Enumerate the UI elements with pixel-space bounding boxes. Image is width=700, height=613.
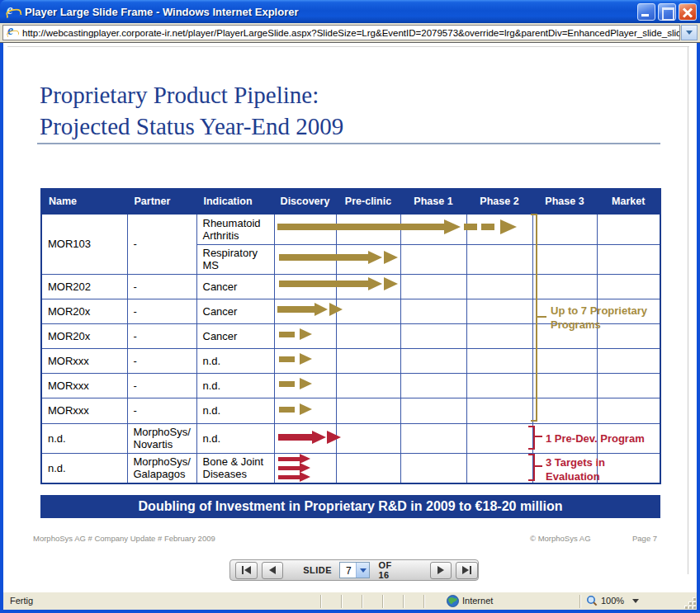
cell-partner: - <box>127 398 196 423</box>
investment-banner: Doubling of Investment in Proprietary R&… <box>40 495 660 518</box>
status-divider <box>423 595 425 608</box>
url-input[interactable] <box>22 26 679 39</box>
triangle-right-icon <box>438 566 444 574</box>
table-header-row: Name Partner Indication Discovery Pre-cl… <box>41 189 660 214</box>
table-row: MORxxx - n.d. <box>41 373 660 398</box>
table-row: MOR20x - Cancer <box>41 299 660 323</box>
slide-footer: MorphoSys AG # Company Update # February… <box>3 534 697 545</box>
url-dropdown-button[interactable] <box>681 25 698 40</box>
cell-indication: n.d. <box>196 348 274 373</box>
status-divider <box>320 595 322 608</box>
cell-name: MOR20x <box>41 323 127 348</box>
select-dropdown-button[interactable] <box>356 563 369 578</box>
slide-number-select[interactable]: 7 <box>339 562 370 578</box>
table-row: MORxxx - n.d. <box>41 398 660 423</box>
cell-name: MOR103 <box>41 214 127 274</box>
zoom-control[interactable]: 100% <box>586 595 639 606</box>
table-row: n.d. MorphoSys/ Novartis n.d. <box>41 423 660 453</box>
address-bar <box>0 23 700 43</box>
cell-partner: - <box>127 323 196 348</box>
table-row: MORxxx - n.d. <box>41 348 660 373</box>
cell-indication: n.d. <box>196 398 274 423</box>
chevron-down-icon <box>360 568 367 573</box>
last-slide-button[interactable] <box>456 562 478 579</box>
cell-name: MORxxx <box>41 398 127 423</box>
cell-partner: - <box>127 299 196 323</box>
browser-viewport: Proprietary Product Pipeline: Projected … <box>3 43 697 592</box>
chevron-down-icon <box>686 31 693 35</box>
status-divider <box>579 595 581 608</box>
cell-name: MORxxx <box>41 373 127 398</box>
cell-name: MOR20x <box>41 299 127 323</box>
maximize-button[interactable] <box>658 3 676 21</box>
cell-indication: Bone & Joint Diseases <box>196 453 274 483</box>
slide-number-value: 7 <box>340 563 356 578</box>
col-header-preclinic: Pre-clinic <box>336 189 400 214</box>
last-icon <box>470 566 471 574</box>
cell-indication: Cancer <box>196 323 274 348</box>
col-header-indication: Indication <box>196 189 274 214</box>
ie-logo-icon <box>6 4 21 19</box>
slide-label: SLIDE <box>303 565 332 575</box>
footer-left-text: MorphoSys AG # Company Update # February… <box>33 534 215 543</box>
pipeline-table: Name Partner Indication Discovery Pre-cl… <box>40 188 661 484</box>
footer-copyright: © MorphoSys AG <box>530 534 591 543</box>
cell-indication: Respiratory MS <box>196 244 274 274</box>
cell-partner: - <box>127 348 196 373</box>
cell-name: n.d. <box>41 453 127 483</box>
col-header-phase1: Phase 1 <box>400 189 466 214</box>
window-title: Player Large Slide Frame - Windows Inter… <box>25 6 298 18</box>
of-total-label: OF 16 <box>378 560 405 580</box>
slide-frame-right-edge <box>688 46 688 574</box>
col-header-market: Market <box>597 189 660 214</box>
first-slide-button[interactable] <box>235 562 258 579</box>
internet-globe-icon <box>447 595 459 609</box>
status-divider <box>362 595 363 608</box>
cell-indication: n.d. <box>196 423 274 453</box>
status-divider <box>341 595 343 608</box>
status-divider <box>382 595 384 608</box>
cell-name: MOR202 <box>41 274 127 299</box>
ie-favicon-icon <box>6 26 19 40</box>
slide-navigation-bar: SLIDE 7 OF 16 <box>229 559 479 581</box>
status-ready-text: Fertig <box>10 596 33 606</box>
prev-slide-button[interactable] <box>262 562 284 579</box>
cell-partner: - <box>127 373 196 398</box>
first-icon <box>242 566 244 574</box>
triangle-left-icon <box>269 566 276 574</box>
status-divider <box>403 595 404 608</box>
triangle-left-icon <box>244 566 251 574</box>
cell-partner: - <box>127 274 196 299</box>
next-slide-button[interactable] <box>430 562 452 579</box>
title-underline <box>37 143 660 144</box>
col-header-name: Name <box>41 189 127 214</box>
col-header-phase3: Phase 3 <box>532 189 597 214</box>
col-header-partner: Partner <box>127 189 196 214</box>
window-titlebar: Player Large Slide Frame - Windows Inter… <box>0 0 700 23</box>
cell-name: MORxxx <box>41 348 127 373</box>
magnifier-icon <box>586 595 598 606</box>
cell-indication: Rheumatoid Arthritis <box>196 214 274 244</box>
cell-partner: MorphoSys/ Galapagos <box>127 453 196 483</box>
table-row: n.d. MorphoSys/ Galapagos Bone & Joint D… <box>41 453 660 483</box>
status-zone-text: Internet <box>462 596 493 606</box>
slide-title: Proprietary Product Pipeline: Projected … <box>40 79 343 142</box>
cell-name: n.d. <box>41 423 127 453</box>
table-row: MOR20x - Cancer <box>41 323 660 348</box>
col-header-phase2: Phase 2 <box>466 189 532 214</box>
footer-page-number: Page 7 <box>632 534 657 543</box>
caret-down-icon <box>632 599 639 603</box>
cell-indication: Cancer <box>196 274 274 299</box>
close-button[interactable] <box>679 3 697 21</box>
zoom-level-text: 100% <box>601 596 624 606</box>
cell-indication: n.d. <box>196 373 274 398</box>
status-bar: Fertig Internet 100% <box>3 592 697 610</box>
col-header-discovery: Discovery <box>274 189 336 214</box>
table-row: MOR103 - Rheumatoid Arthritis <box>41 214 660 244</box>
cell-indication: Cancer <box>196 299 274 323</box>
cell-partner: - <box>127 214 196 274</box>
triangle-right-icon <box>462 566 469 574</box>
resize-grip[interactable] <box>685 598 696 609</box>
cell-partner: MorphoSys/ Novartis <box>127 423 196 453</box>
minimize-button[interactable] <box>637 3 655 21</box>
